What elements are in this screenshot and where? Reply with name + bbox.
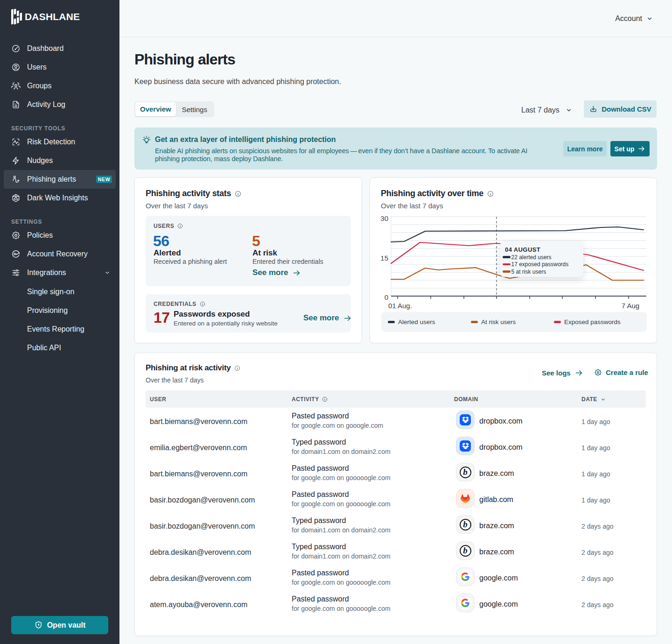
svg-text:0: 0 bbox=[385, 293, 388, 301]
svg-text:15: 15 bbox=[380, 254, 388, 262]
svg-text:30: 30 bbox=[380, 214, 388, 222]
svg-text:7 Aug: 7 Aug bbox=[622, 302, 639, 310]
svg-text:01 Aug.: 01 Aug. bbox=[388, 302, 412, 310]
